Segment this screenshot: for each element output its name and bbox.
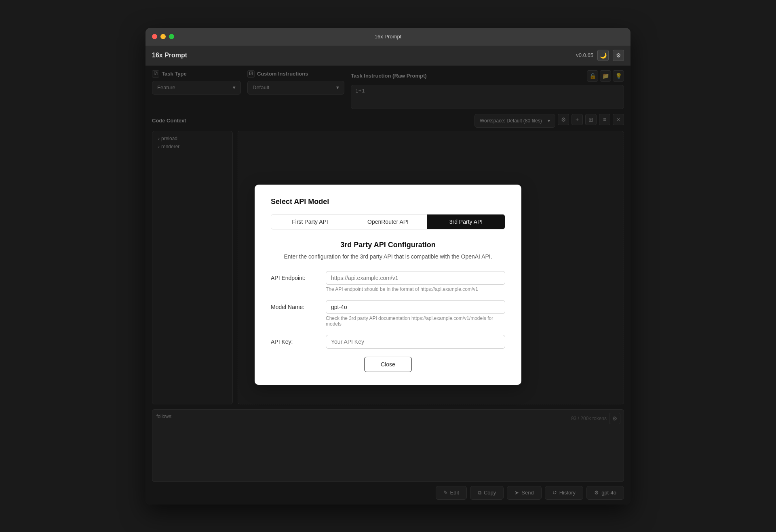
api-endpoint-label: API Endpoint: — [271, 271, 319, 281]
version-label: v0.0.65 — [576, 52, 593, 58]
model-name-hint: Check the 3rd party API documentation ht… — [326, 315, 505, 327]
traffic-lights — [152, 34, 174, 39]
api-endpoint-hint: The API endpoint should be in the format… — [326, 286, 505, 292]
api-endpoint-wrapper: The API endpoint should be in the format… — [326, 271, 505, 298]
api-endpoint-row: API Endpoint: The API endpoint should be… — [271, 271, 505, 298]
app-title: 16x Prompt — [152, 52, 187, 59]
model-name-label: Model Name: — [271, 300, 319, 310]
modal-title: Select API Model — [271, 198, 505, 206]
settings-button[interactable]: ⚙ — [613, 50, 624, 61]
modal-overlay: Select API Model First Party API OpenRou… — [146, 65, 630, 505]
app-window: 16x Prompt 16x Prompt v0.0.65 🌙 ⚙ ☑ Task… — [146, 28, 630, 505]
header-right: v0.0.65 🌙 ⚙ — [576, 50, 624, 61]
window-title: 16x Prompt — [375, 34, 401, 40]
select-api-modal: Select API Model First Party API OpenRou… — [255, 185, 521, 385]
api-key-label: API Key: — [271, 335, 319, 345]
close-modal-button[interactable]: Close — [364, 357, 412, 372]
app-header: 16x Prompt v0.0.65 🌙 ⚙ — [146, 46, 630, 65]
model-name-row: Model Name: Check the 3rd party API docu… — [271, 300, 505, 332]
api-key-input[interactable] — [326, 335, 505, 349]
api-key-row: API Key: — [271, 335, 505, 349]
modal-section-desc: Enter the configuration for the 3rd part… — [271, 253, 505, 260]
tab-third-party[interactable]: 3rd Party API — [427, 214, 505, 229]
model-name-wrapper: Check the 3rd party API documentation ht… — [326, 300, 505, 332]
close-button[interactable] — [152, 34, 157, 39]
tab-first-party[interactable]: First Party API — [271, 214, 349, 229]
maximize-button[interactable] — [169, 34, 174, 39]
model-name-input[interactable] — [326, 300, 505, 314]
title-bar: 16x Prompt — [146, 28, 630, 46]
modal-tabs: First Party API OpenRouter API 3rd Party… — [271, 214, 505, 229]
dark-mode-button[interactable]: 🌙 — [597, 50, 609, 61]
modal-section-title: 3rd Party API Configuration — [271, 241, 505, 249]
tab-open-router[interactable]: OpenRouter API — [349, 214, 427, 229]
main-content: ☑ Task Type Feature ▾ ☑ Custom Instructi… — [146, 65, 630, 505]
api-endpoint-input[interactable] — [326, 271, 505, 285]
api-key-wrapper — [326, 335, 505, 349]
minimize-button[interactable] — [160, 34, 166, 39]
